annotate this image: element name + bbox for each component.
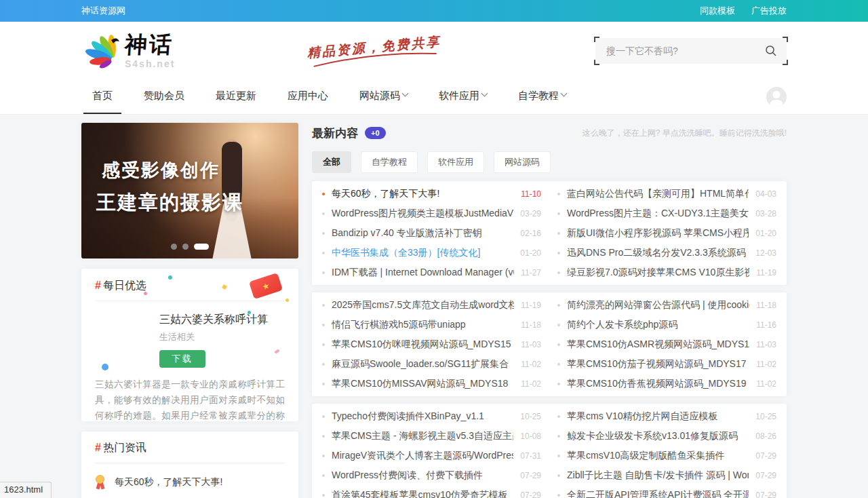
list-item-date: 07-29 (755, 471, 776, 480)
carousel-dot[interactable] (171, 244, 177, 250)
carousel-caption: 感受影像创作 王建章的摄影课 (96, 158, 243, 216)
user-avatar[interactable] (766, 87, 787, 107)
bullet-icon (557, 324, 560, 326)
list-item[interactable]: 中华医书集成（全33册）[传统文化]01-20 (322, 243, 541, 263)
list-item[interactable]: 苹果CMS10仿香蕉视频网站源码_MDYS1911-02 (557, 374, 776, 394)
bullet-icon (557, 435, 560, 438)
list-item-title: Bandizip v7.40 专业版激活补丁密钥 (332, 227, 513, 240)
site-logo[interactable]: 神话 S4sh.net (81, 31, 175, 71)
list-item[interactable]: 麻豆源码Swoole_loader.so/SG11扩展集合11-02 (322, 354, 541, 374)
list-item-title: Typecho付费阅读插件XBinPay_v1.1 (332, 410, 513, 423)
list-item[interactable]: 鲸发卡企业级发卡系统v13.01修复版源码08-26 (557, 426, 776, 446)
list-item-date: 11-02 (521, 360, 541, 369)
list-item[interactable]: 迅风DNS Pro二级域名分发V2.3.3系统源码12-03 (557, 243, 776, 263)
main-content: 感受影像创作 王建章的摄影课 #每日优选 ★ (0, 115, 868, 498)
list-item[interactable]: Bandizip v7.40 专业版激活补丁密钥02-16 (322, 223, 541, 243)
list-column-left: 每天60秒，了解天下大事!11-10WordPress图片视频类主题模板Just… (322, 184, 541, 282)
corner-decoration (594, 37, 599, 42)
list-item[interactable]: Typecho付费阅读插件XBinPay_v1.110-25 (322, 406, 541, 426)
list-item[interactable]: WordPress付费阅读、付费下载插件07-29 (322, 465, 541, 485)
list-item[interactable]: 苹果CMS10仿茄子视频网站源码_MDYS1711-02 (557, 354, 776, 374)
list-item-title: 苹果cmsV10高级定制版酷鱼采集插件 (567, 450, 749, 462)
list-item[interactable]: 2025帝国cms7.5文库范文自动生成word文档/文...11-19 (322, 295, 541, 315)
topbar-link-1[interactable]: 同款模板 (700, 5, 735, 17)
nav-item-6[interactable]: 软件应用 (430, 79, 496, 114)
tab-3[interactable]: 软件应用 (427, 151, 484, 173)
list-item[interactable]: WordPress图片视频类主题模板JustMediaV2.7....03-29 (322, 204, 541, 223)
list-item-date: 03-28 (755, 209, 776, 218)
left-column: 感受影像创作 王建章的摄影课 #每日优选 ★ (81, 123, 298, 498)
download-button[interactable]: 下载 (159, 350, 205, 368)
list-item-title: IDM下载器 | Internet Download Manager (v6..… (332, 267, 514, 279)
list-item[interactable]: 情侣飞行棋游戏h5源码带uniapp11-18 (322, 315, 541, 334)
list-item-title: 中华医书集成（全33册）[传统文化] (332, 247, 513, 259)
nav-item-1[interactable]: 首页 (83, 79, 121, 114)
bullet-icon (557, 474, 560, 477)
list-item[interactable]: 绿豆影视7.0源码对接苹果CMS V10原生影视AP...11-19 (557, 263, 776, 282)
chevron-down-icon (481, 90, 488, 97)
bullet-icon (322, 271, 325, 274)
hash-mark: # (95, 442, 101, 453)
carousel-banner[interactable]: 感受影像创作 王建章的摄影课 (81, 123, 298, 258)
list-item[interactable]: 苹果CMS10仿咪哩视频网站源码_MDYS1511-03 (322, 334, 541, 354)
list-item-title: 鲸发卡企业级发卡系统v13.01修复版源码 (567, 430, 749, 442)
list-item[interactable]: 苹果CMS10仿MISSAV网站源码_MDYS1811-02 (322, 374, 541, 394)
list-item[interactable]: 苹果CMS主题 - 海螺影视主题v5.3自适应主题/ ...10-08 (322, 426, 541, 446)
list-item[interactable]: Zibll子比主题 自助售卡/发卡插件 源码 | WordPr...07-29 (557, 465, 776, 485)
list-item-date: 11-10 (521, 189, 541, 199)
list-item-date: 11-19 (756, 268, 776, 277)
list-item-title: 苹果CMS10仿MISSAV网站源码_MDYS18 (332, 378, 514, 390)
list-item[interactable]: MirageV资讯类个人博客主题源码/WordPress主...07-31 (322, 446, 541, 465)
hot-news-list: 每天60秒，了解天下大事!彩虹代刷知识付费模板改良版分享 (95, 475, 285, 498)
list-item-title: 全新二开版API管理系统API计费源码 全开源 (567, 489, 749, 498)
medal-icon (95, 475, 106, 489)
list-item[interactable]: 新版UI微信小程序影视源码 苹果CMS小程序源码01-20 (557, 223, 776, 243)
list-item[interactable]: 蓝白网站公告代码【亲测可用】HTML简单代码...04-03 (557, 184, 776, 204)
daily-app-title[interactable]: 三姑六婆关系称呼计算 (159, 313, 285, 327)
list-item-date: 11-02 (756, 360, 776, 369)
nav-item-label: 自学教程 (518, 90, 559, 102)
corner-decoration (783, 37, 788, 42)
nav-item-4[interactable]: 应用中心 (279, 79, 337, 114)
list-item-date: 11-02 (521, 379, 541, 389)
hot-news-item[interactable]: 每天60秒，了解天下大事! (95, 475, 285, 489)
list-item[interactable]: IDM下载器 | Internet Download Manager (v6..… (322, 263, 541, 282)
latest-groups: 每天60秒，了解天下大事!11-10WordPress图片视频类主题模板Just… (312, 181, 787, 498)
list-item[interactable]: 苹果cms V10精仿挖片网自适应模板10-25 (557, 406, 776, 426)
nav-item-5[interactable]: 网站源码 (351, 79, 416, 114)
list-column-left: Typecho付费阅读插件XBinPay_v1.110-25苹果CMS主题 - … (322, 406, 541, 498)
list-item-title: 苹果CMS10仿香蕉视频网站源码_MDYS19 (567, 378, 749, 390)
nav-item-7[interactable]: 自学教程 (509, 79, 575, 114)
list-item[interactable]: WordPress图片主题：CX-UDY3.1主题美女图片...03-28 (557, 204, 776, 223)
bullet-icon (557, 304, 560, 307)
carousel-dots (171, 244, 209, 250)
list-item[interactable]: 全新二开版API管理系统API计费源码 全开源07-29 (557, 485, 776, 498)
list-item[interactable]: 苹果CMS10仿ASMR视频网站源码_MDYS1611-03 (557, 334, 776, 354)
topbar-site-name[interactable]: 神话资源网 (81, 5, 125, 17)
bullet-icon (322, 193, 325, 195)
list-item-title: 2025帝国cms7.5文库范文自动生成word文档/文... (332, 299, 514, 311)
search-icon[interactable] (765, 45, 777, 57)
search-input[interactable] (605, 45, 765, 57)
topbar-link-2[interactable]: 广告投放 (751, 5, 787, 17)
carousel-dot-active[interactable] (194, 244, 209, 250)
list-group: 2025帝国cms7.5文库范文自动生成word文档/文...11-19情侣飞行… (312, 292, 787, 396)
list-item[interactable]: 每天60秒，了解天下大事!11-10 (322, 184, 541, 204)
confetti-decoration (285, 299, 289, 302)
tab-4[interactable]: 网站源码 (494, 151, 551, 173)
chevron-down-icon (402, 90, 409, 97)
bullet-icon (322, 212, 325, 215)
tab-2[interactable]: 自学教程 (361, 151, 418, 173)
list-item[interactable]: 简约漂亮的网站弹窗公告源代码 | 使用cookie记录11-18 (557, 295, 776, 315)
nav-item-2[interactable]: 赞助会员 (135, 79, 193, 114)
latest-header: 最新内容 +0 这么晚了，还在上网? 早点洗洗睡吧。睡前记得洗洗脸哦! (312, 123, 787, 143)
list-item[interactable]: 简约个人发卡系统php源码11-16 (557, 315, 776, 334)
list-item-title: WordPress付费阅读、付费下载插件 (332, 470, 513, 482)
nav-item-3[interactable]: 最近更新 (207, 79, 265, 114)
list-item-title: 简约漂亮的网站弹窗公告源代码 | 使用cookie记录 (567, 299, 749, 311)
tab-1[interactable]: 全部 (312, 151, 351, 173)
carousel-dot[interactable] (182, 244, 189, 250)
corner-decoration (594, 60, 599, 65)
list-item[interactable]: 首涂第45套模板苹果cmsv10仿爱奇艺模板07-29 (322, 485, 541, 498)
list-item[interactable]: 苹果cmsV10高级定制版酷鱼采集插件07-29 (557, 446, 776, 465)
